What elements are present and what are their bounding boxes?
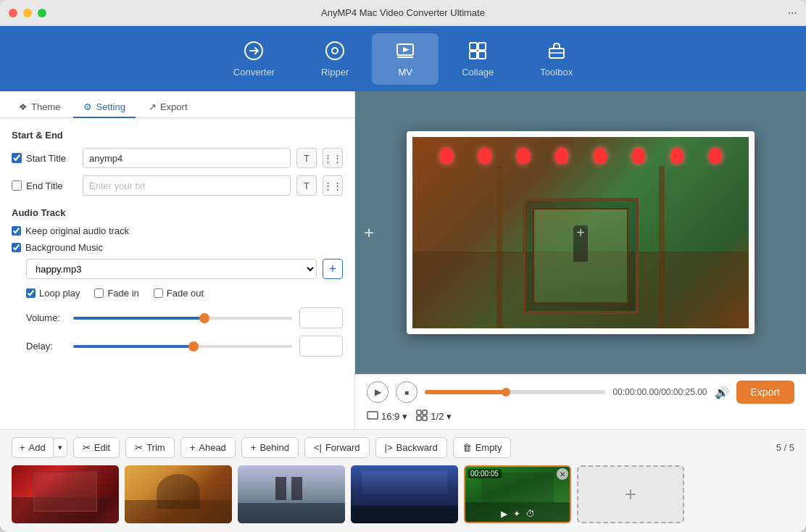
add-music-btn[interactable]: +	[323, 259, 343, 279]
bg-music-checkbox[interactable]	[12, 243, 21, 252]
delay-slider[interactable]	[73, 345, 292, 348]
bg-music-label: Background Music	[25, 242, 103, 253]
nav-item-converter[interactable]: Converter	[210, 33, 298, 85]
play-button[interactable]: ▶	[367, 381, 389, 403]
add-left-btn[interactable]: +	[364, 223, 374, 243]
converter-icon	[244, 41, 264, 64]
start-title-grid-btn[interactable]: ⋮⋮	[323, 148, 343, 168]
filmstrip: 00:00:05 ✕ ▶ ✦ ⏱ +	[0, 465, 806, 532]
film-thumb-3[interactable]	[238, 465, 345, 523]
start-title-font-btn[interactable]: T	[296, 148, 317, 168]
collage-icon	[468, 41, 488, 64]
nav-item-toolbox[interactable]: Toolbox	[517, 33, 596, 85]
theme-tab-label: Theme	[31, 101, 60, 112]
film-thumb-1[interactable]	[12, 465, 119, 523]
start-title-input[interactable]	[83, 148, 291, 168]
tab-setting[interactable]: ⚙ Setting	[73, 97, 135, 118]
delay-thumb[interactable]	[188, 341, 199, 352]
sequence-button[interactable]: 1/2 ▾	[416, 410, 452, 423]
fade-out-checkbox[interactable]	[154, 288, 163, 298]
app-window: AnyMP4 Mac Video Converter Ultimate ··· …	[0, 0, 806, 532]
forward-label: Forward	[325, 442, 360, 453]
add-center-btn[interactable]: +	[576, 225, 585, 241]
volume-value[interactable]	[300, 311, 343, 325]
film-thumb-5[interactable]: 00:00:05 ✕ ▶ ✦ ⏱	[464, 465, 571, 523]
delay-input-wrap: ▲ ▼	[299, 336, 343, 357]
trim-button[interactable]: ✂ Trim	[125, 437, 175, 458]
item-count: 5 / 5	[776, 442, 794, 453]
nav-item-collage[interactable]: Collage	[439, 33, 517, 85]
film-play-icon[interactable]: ▶	[501, 509, 507, 519]
close-button[interactable]	[9, 9, 17, 17]
edit-button[interactable]: ✂ Edit	[73, 437, 120, 458]
lantern-4	[555, 148, 568, 164]
menu-button[interactable]: ···	[788, 7, 797, 20]
ratio-button[interactable]: 16:9 ▾	[367, 410, 407, 423]
tab-export[interactable]: ↗ Export	[138, 97, 198, 118]
ahead-icon: +	[190, 442, 196, 453]
start-end-label: Start & End	[12, 130, 343, 141]
behind-button[interactable]: + Behind	[241, 437, 299, 458]
film-star-icon[interactable]: ✦	[513, 509, 520, 519]
preview-scene: +	[412, 137, 749, 328]
film-add-button[interactable]: +	[577, 465, 684, 523]
empty-button[interactable]: 🗑 Empty	[453, 437, 512, 458]
view-controls: 16:9 ▾ 1/2 ▾	[355, 410, 806, 429]
backward-button[interactable]: |> Backward	[375, 437, 447, 458]
end-title-checkbox[interactable]	[12, 180, 22, 191]
maximize-button[interactable]	[38, 9, 46, 17]
keep-original-checkbox[interactable]	[12, 226, 21, 236]
svg-point-1	[326, 42, 344, 59]
fade-in-label: Fade in	[107, 288, 138, 299]
toolbox-icon	[547, 41, 567, 64]
volume-thumb[interactable]	[199, 313, 209, 323]
lantern-7	[670, 148, 684, 164]
loop-play-checkbox[interactable]	[26, 288, 36, 298]
trash-icon: 🗑	[462, 442, 472, 453]
time-display: 00:00:00.00/00:00:25.00	[612, 387, 707, 397]
preview-frame: +	[407, 131, 755, 334]
theme-tab-icon: ❖	[19, 101, 28, 112]
stop-button[interactable]: ■	[396, 381, 417, 403]
film-add-icon: +	[625, 483, 636, 506]
empty-label: Empty	[475, 442, 502, 453]
svg-rect-5	[478, 43, 486, 50]
end-title-input[interactable]	[83, 175, 291, 196]
film-thumb-2[interactable]	[125, 465, 232, 523]
end-title-grid-btn[interactable]: ⋮⋮	[323, 175, 343, 196]
minimize-button[interactable]	[23, 9, 32, 17]
add-main-button[interactable]: + Add	[12, 437, 53, 458]
right-panel: +	[355, 91, 806, 429]
tab-theme[interactable]: ❖ Theme	[9, 97, 70, 118]
forward-icon: <|	[314, 442, 322, 453]
export-button[interactable]: Export	[736, 381, 794, 404]
volume-icon[interactable]: 🔊	[715, 386, 729, 399]
forward-button[interactable]: <| Forward	[304, 437, 370, 458]
add-dropdown-button[interactable]: ▾	[53, 438, 67, 457]
progress-bar[interactable]	[425, 390, 605, 394]
film-timestamp-5: 00:00:05	[468, 469, 502, 478]
fade-out-option: Fade out	[154, 288, 204, 299]
ahead-button[interactable]: + Ahead	[180, 437, 236, 458]
fade-in-option: Fade in	[94, 288, 138, 299]
delay-value[interactable]	[300, 339, 343, 354]
time-current: 00:00:00.00	[612, 387, 658, 397]
start-title-checkbox[interactable]	[12, 153, 22, 163]
window-title: AnyMP4 Mac Video Converter Ultimate	[321, 7, 485, 18]
end-title-label: End Title	[26, 180, 63, 191]
add-button-group: + Add ▾	[12, 437, 67, 458]
nav-item-ripper[interactable]: Ripper	[298, 33, 372, 85]
bg-music-select[interactable]: happy.mp3	[26, 259, 317, 279]
film-thumb-4[interactable]	[351, 465, 458, 523]
volume-slider[interactable]	[73, 317, 292, 320]
nav-item-mv[interactable]: MV	[372, 33, 439, 85]
fade-in-checkbox[interactable]	[94, 288, 104, 298]
add-icon: +	[20, 442, 25, 453]
left-panel: ❖ Theme ⚙ Setting ↗ Export Start & End	[0, 91, 355, 429]
film-close-5[interactable]: ✕	[557, 468, 568, 480]
film-clock-icon[interactable]: ⏱	[526, 509, 535, 519]
end-title-font-btn[interactable]: T	[296, 175, 317, 196]
end-title-row: End Title T ⋮⋮	[12, 175, 343, 196]
keep-original-row: Keep original audio track	[12, 225, 343, 236]
add-label: Add	[29, 442, 46, 453]
